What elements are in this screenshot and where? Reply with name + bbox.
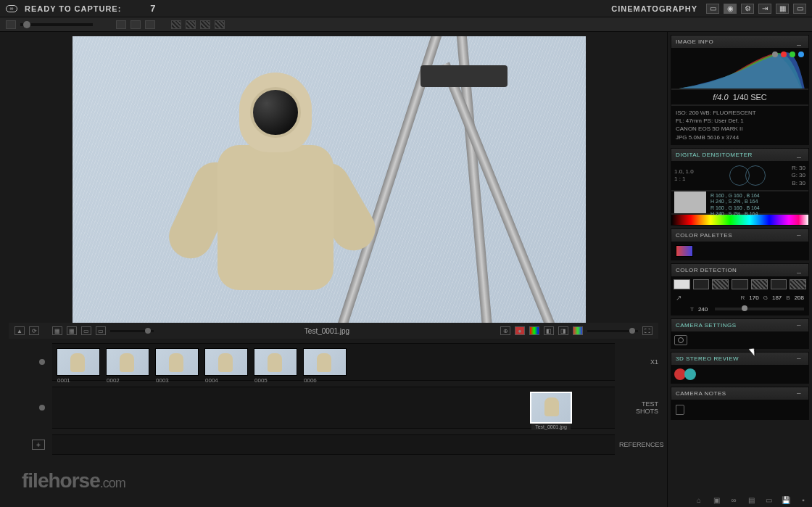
record-icon[interactable]: ● [515, 326, 525, 335]
histo-lum-icon[interactable] [772, 51, 778, 57]
preview-image[interactable] [72, 36, 586, 323]
threshold-slider[interactable] [715, 308, 804, 310]
frame-thumb[interactable]: 0002 [106, 348, 149, 376]
detect-mode-solid[interactable] [674, 279, 690, 289]
flip-h-icon[interactable]: ▲ [14, 326, 25, 335]
detect-mode-3[interactable] [712, 279, 729, 289]
workspace-icon-6[interactable]: ▭ [793, 4, 806, 14]
channel-color-icon[interactable] [573, 326, 583, 335]
workspace-icon-4[interactable]: ⇥ [758, 4, 771, 14]
add-frame-button[interactable]: + [32, 440, 45, 450]
panel-title: 3D STEREO REVIEW [676, 355, 739, 362]
frame-thumb[interactable]: 0003 [155, 348, 199, 376]
collapse-icon[interactable]: ⎯ [797, 266, 804, 273]
panel-title: COLOR PALETTES [676, 232, 732, 239]
overlay-4[interactable] [215, 20, 225, 29]
collapse-icon[interactable]: – [797, 389, 804, 397]
view-mode-1[interactable] [116, 20, 126, 29]
overlay-2[interactable] [186, 20, 196, 29]
workspace-icon-5[interactable]: ▦ [776, 4, 789, 14]
track-label-ref: REFERENCES [615, 441, 658, 448]
frame-thumb[interactable]: 0001 [57, 348, 100, 376]
test-shots-track[interactable]: Test_0001.jpg [52, 387, 615, 429]
tool-home-icon[interactable]: ⌂ [693, 495, 705, 504]
collapse-icon[interactable]: – [797, 231, 804, 239]
test-shot-thumb[interactable]: Test_0001.jpg [531, 392, 571, 423]
frame-number: 7 [150, 3, 155, 14]
rotate-icon[interactable]: ⟳ [29, 326, 39, 335]
track-toggle-2[interactable] [39, 405, 45, 411]
camera-icon[interactable] [674, 335, 687, 345]
tool-camera-icon[interactable]: ▣ [710, 495, 722, 504]
overlay-1[interactable] [171, 20, 181, 29]
densitometer-panel: DIGITAL DENSITOMETER⎯ 1.0, 1.01 : 1 R: 3… [671, 148, 809, 226]
workspace-icon-1[interactable]: ▭ [706, 4, 719, 14]
detect-mode-2[interactable] [693, 279, 710, 289]
histo-green-icon[interactable] [790, 51, 795, 57]
histo-blue-icon[interactable] [798, 51, 804, 57]
bottom-tool-row: ⌂ ▣ ∞ ▤ ▭ 💾 ▪ [693, 495, 809, 504]
histogram[interactable] [671, 49, 808, 88]
palette-swatch[interactable] [676, 245, 693, 257]
detect-mode-6[interactable] [771, 279, 787, 289]
color-palettes-panel: COLOR PALETTES– [671, 228, 809, 260]
overlay-3[interactable] [200, 20, 210, 29]
tool-link-icon[interactable]: ∞ [728, 495, 740, 504]
frame-thumb[interactable]: 0005 [254, 348, 297, 376]
densitometer-readout: 1.0, 1.01 : 1 R: 30G: 30B: 30 [671, 162, 808, 190]
stereo-cyan-icon[interactable] [684, 368, 696, 380]
notes-icon[interactable] [676, 405, 684, 415]
viewer-toolbar: ▲ ⟳ ▦ ▦ ▭ ▭ Test_0001.jpg ⊕ ● ◧ ◨ ⛶ [9, 323, 658, 339]
eyedropper-icon[interactable]: ↗ [676, 294, 682, 302]
panel-title: CAMERA SETTINGS [676, 322, 737, 329]
view-mode-3[interactable] [145, 20, 155, 29]
track-label-x1: X1 [615, 358, 658, 366]
opacity-slider[interactable] [110, 330, 154, 332]
panel-title: COLOR DETECTION [676, 267, 737, 273]
workspace-icon-2[interactable]: ◉ [724, 4, 737, 14]
frame-thumb[interactable]: 0006 [303, 348, 347, 376]
view-mode-2[interactable] [130, 20, 141, 29]
panel-title: IMAGE INFO [676, 38, 713, 45]
collapse-icon[interactable]: – [797, 321, 804, 329]
channel-split-icon[interactable]: ◨ [558, 326, 568, 335]
panel-title: CAMERA NOTES [676, 390, 726, 397]
x1-track[interactable]: 0001 0002 0003 0004 0005 0006 [52, 343, 615, 381]
channel-bw-icon[interactable]: ◧ [544, 326, 554, 335]
collapse-icon[interactable]: ⎯ [797, 151, 804, 158]
sample-circle-icon[interactable] [745, 165, 766, 186]
exposure-readout: f/4.0 1/40 SEC [671, 90, 808, 104]
camera-settings-panel: CAMERA SETTINGS– [671, 318, 809, 349]
frame-thumb[interactable]: 0004 [204, 348, 248, 376]
detect-mode-4[interactable] [732, 279, 748, 289]
collapse-icon[interactable]: ⎯ [797, 38, 804, 46]
references-track[interactable] [52, 434, 615, 455]
tool-more-icon[interactable]: ▪ [798, 495, 809, 504]
target-icon[interactable]: ⊕ [500, 326, 510, 335]
zoom-fit-button[interactable] [6, 20, 16, 29]
grid-3-icon[interactable]: ▭ [81, 326, 91, 335]
rgb-channels-icon[interactable] [529, 326, 539, 335]
capture-status: READY TO CAPTURE: [25, 4, 121, 13]
workspace-mode: CINEMATOGRAPHY [611, 4, 697, 13]
histo-red-icon[interactable] [781, 51, 787, 57]
fullscreen-icon[interactable]: ⛶ [642, 326, 652, 335]
detect-mode-5[interactable] [751, 279, 768, 289]
tool-save-icon[interactable]: 💾 [780, 495, 792, 504]
zoom-slider[interactable] [20, 23, 93, 26]
collapse-icon[interactable]: – [797, 355, 804, 362]
grid-1-icon[interactable]: ▦ [52, 326, 62, 335]
grid-2-icon[interactable]: ▦ [67, 326, 77, 335]
grid-4-icon[interactable]: ▭ [96, 326, 106, 335]
current-filename: Test_0001.jpg [158, 327, 496, 335]
main-viewport-pane: ▲ ⟳ ▦ ▦ ▭ ▭ Test_0001.jpg ⊕ ● ◧ ◨ ⛶ 0001 [0, 32, 667, 507]
workspace-icon-3[interactable]: ⚙ [741, 4, 754, 14]
tool-folder-icon[interactable]: ▭ [763, 495, 774, 504]
detect-mode-7[interactable] [790, 279, 806, 289]
track-toggle-1[interactable] [39, 359, 45, 365]
color-swatch[interactable] [674, 191, 706, 213]
color-detection-panel: COLOR DETECTION⎯ ↗ R170 G187 B208 [671, 263, 809, 316]
track-label-test: TEST SHOTS [615, 400, 658, 415]
tool-layers-icon[interactable]: ▤ [745, 495, 757, 504]
exposure-slider[interactable] [587, 330, 638, 332]
